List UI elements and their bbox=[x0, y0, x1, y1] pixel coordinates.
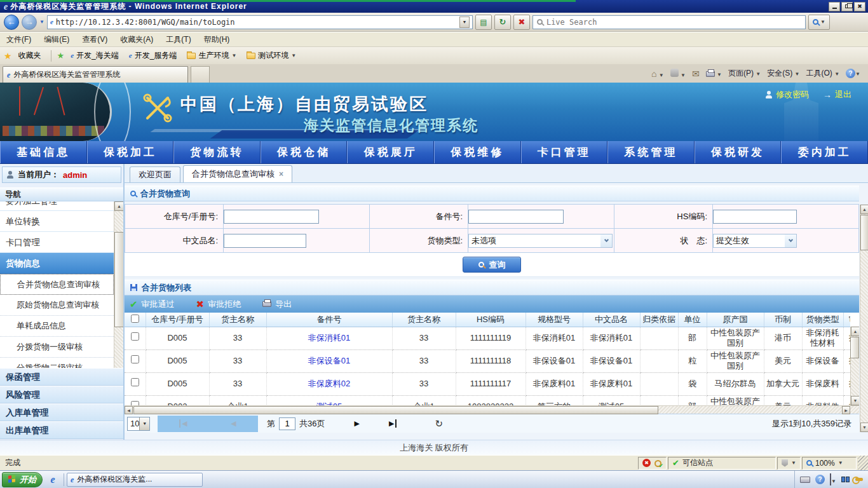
scroll-down-icon[interactable]: ▼ bbox=[860, 423, 868, 432]
reject-button[interactable]: ✖审批拒绝 bbox=[196, 299, 241, 310]
menu-help[interactable]: 帮助(H) bbox=[198, 32, 236, 47]
favorite-folder-production[interactable]: 生产环境▼ bbox=[183, 49, 240, 62]
history-dropdown-icon[interactable]: ▼ bbox=[39, 19, 44, 25]
safety-menu-button[interactable]: 安全(S) ▼ bbox=[767, 68, 799, 79]
sidebar-item-unit-conversion[interactable]: 单位转换 bbox=[0, 211, 114, 232]
column-header[interactable]: 货物类型 bbox=[802, 313, 843, 327]
query-button[interactable]: 查询 bbox=[463, 257, 521, 273]
scroll-down-icon[interactable]: ▼ bbox=[851, 396, 859, 405]
row-checkbox[interactable] bbox=[131, 401, 139, 405]
resize-grip[interactable] bbox=[858, 456, 868, 470]
spare-part-link[interactable]: 非保消耗01 bbox=[266, 327, 392, 349]
goods-type-select[interactable]: 未选项 bbox=[468, 234, 613, 248]
column-header[interactable]: 归类依据 bbox=[640, 313, 678, 327]
nav-item-basic-info[interactable]: 基础信息 bbox=[0, 141, 87, 163]
sidebar-item-gate-management[interactable]: 卡口管理 bbox=[0, 232, 114, 253]
print-button[interactable]: ▼ bbox=[706, 69, 722, 78]
minimize-button[interactable] bbox=[829, 2, 840, 11]
search-input[interactable] bbox=[546, 18, 801, 27]
nav-item-bonded-warehouse[interactable]: 保税仓储 bbox=[261, 141, 348, 163]
refresh-list-button[interactable]: ↻ bbox=[435, 418, 443, 430]
favorites-button[interactable]: 收藏夹 bbox=[15, 49, 45, 62]
feeds-button[interactable]: ▼ bbox=[670, 69, 686, 79]
scrollbar-thumb[interactable] bbox=[850, 337, 859, 358]
spare-part-link[interactable]: 非保设备01 bbox=[266, 349, 392, 372]
sidebar-item-outsourced-processing[interactable]: 委外加工管理 bbox=[0, 201, 114, 211]
column-header[interactable]: 原产国 bbox=[707, 313, 764, 327]
favorite-folder-test[interactable]: 测试环境▼ bbox=[243, 49, 300, 62]
url-field[interactable]: e http://10.12.3.42:8001/WGQ/main/toLogi… bbox=[47, 15, 473, 29]
restore-button[interactable] bbox=[841, 2, 853, 11]
sidebar-subitem-merged-goods-review[interactable]: 合并货物信息查询审核 bbox=[0, 274, 114, 295]
table-row[interactable]: D005 33 非保设备01 33 1111111118 非保设备01 非保设备… bbox=[125, 349, 850, 372]
start-button[interactable]: 开始 bbox=[2, 472, 43, 487]
sidebar-item-inbound-orders[interactable]: 入库单管理 bbox=[0, 403, 123, 421]
close-tab-icon[interactable]: × bbox=[279, 170, 283, 179]
grid-horizontal-scrollbar[interactable]: ◀ ▶ bbox=[125, 405, 859, 414]
scroll-up-icon[interactable]: ▲ bbox=[860, 205, 868, 214]
content-vertical-scrollbar[interactable]: ▲ ▼ bbox=[860, 205, 868, 432]
nav-item-goods-flow[interactable]: 货物流转 bbox=[173, 141, 261, 163]
quick-launch-ie[interactable]: e bbox=[44, 473, 61, 487]
sidebar-item-risk-management[interactable]: 风险管理 bbox=[0, 386, 123, 403]
keyboard-icon[interactable] bbox=[800, 477, 810, 483]
url-dropdown-button[interactable]: ▼ bbox=[459, 17, 470, 28]
network-icon[interactable] bbox=[841, 477, 850, 483]
favorite-link-dev-customs[interactable]: e开发_海关端 bbox=[67, 49, 123, 62]
sidebar-subitem-unit-consumption[interactable]: 单耗成品信息 bbox=[0, 316, 114, 337]
zoom-panel[interactable]: 100% ▼ bbox=[802, 457, 857, 470]
sidebar-item-goods-info[interactable]: 货物信息 bbox=[0, 253, 114, 274]
nav-item-bonded-processing[interactable]: 保税加工 bbox=[87, 141, 174, 163]
first-page-button[interactable]: ◀ bbox=[179, 419, 187, 428]
row-checkbox[interactable] bbox=[131, 332, 139, 341]
column-header[interactable]: 货主名称 bbox=[392, 313, 456, 327]
sidebar-item-guarantee-management[interactable]: 保函管理 bbox=[0, 368, 123, 386]
browser-tab[interactable]: e 外高桥保税区海关监管管理系统 bbox=[3, 66, 188, 83]
protected-mode-panel[interactable]: ▼ bbox=[777, 457, 801, 470]
sidebar-subitem-allocation-level1[interactable]: 分拨货物一级审核 bbox=[0, 337, 114, 358]
forward-button[interactable]: → bbox=[22, 15, 37, 30]
stop-button[interactable]: ✖ bbox=[513, 15, 530, 30]
column-header[interactable]: 规格型号 bbox=[526, 313, 583, 327]
menu-file[interactable]: 文件(F) bbox=[0, 32, 37, 47]
column-header[interactable]: 币制 bbox=[764, 313, 802, 327]
column-header[interactable]: 审核状态 bbox=[843, 313, 850, 327]
scroll-up-icon[interactable]: ▲ bbox=[851, 327, 859, 336]
warehouse-input[interactable] bbox=[224, 210, 319, 224]
dropdown-trigger[interactable] bbox=[785, 234, 796, 247]
certificate-icon[interactable] bbox=[654, 459, 662, 467]
export-button[interactable]: 导出 bbox=[262, 299, 292, 310]
approve-button[interactable]: ✔审批通过 bbox=[130, 299, 175, 310]
page-number-input[interactable] bbox=[279, 417, 295, 430]
url-text[interactable]: http://10.12.3.42:8001/WGQ/main/toLogin bbox=[56, 18, 457, 27]
scrollbar-thumb[interactable] bbox=[860, 215, 868, 250]
refresh-button[interactable]: ↻ bbox=[494, 15, 511, 30]
page-error-icon[interactable]: ✖ bbox=[642, 459, 651, 467]
nav-item-commissioned-processing[interactable]: 委内加工 bbox=[781, 141, 868, 163]
table-row[interactable]: D005 33 非保废料02 33 1111111117 非保废料01 非保废料… bbox=[125, 372, 850, 395]
tab-welcome[interactable]: 欢迎页面 bbox=[130, 166, 180, 182]
grid-vertical-scrollbar[interactable]: ▲ ▼ bbox=[850, 327, 859, 405]
menu-favorites[interactable]: 收藏夹(A) bbox=[114, 32, 159, 47]
taskbar-window-button[interactable]: e 外高桥保税区海关监... bbox=[67, 473, 203, 487]
logout-link[interactable]: →退出 bbox=[823, 89, 851, 100]
favorite-link-dev-server[interactable]: e开发_服务端 bbox=[125, 49, 181, 62]
dropdown-trigger[interactable] bbox=[600, 234, 612, 247]
row-checkbox[interactable] bbox=[131, 355, 139, 363]
tab-merged-goods-review[interactable]: 合并货物信息查询审核× bbox=[183, 165, 292, 182]
help-menu-button[interactable]: ?▼ bbox=[846, 69, 860, 78]
column-header[interactable]: 中文品名 bbox=[583, 313, 640, 327]
column-header[interactable]: HS编码 bbox=[456, 313, 526, 327]
spare-part-link[interactable]: 测试05 bbox=[266, 395, 392, 405]
tools-menu-button[interactable]: 工具(O) ▼ bbox=[806, 68, 839, 79]
security-key-icon[interactable] bbox=[855, 478, 863, 481]
column-header[interactable]: 备件号 bbox=[266, 313, 392, 327]
prev-page-button[interactable]: ◀ bbox=[231, 419, 236, 428]
sidebar-scrollbar[interactable]: ▲ bbox=[114, 201, 123, 368]
menu-view[interactable]: 查看(V) bbox=[76, 32, 114, 47]
last-page-button[interactable]: ▶ bbox=[389, 419, 397, 428]
sidebar-subitem-allocation-level2[interactable]: 分拨货物二级审核 bbox=[0, 358, 114, 368]
menu-tools[interactable]: 工具(T) bbox=[159, 32, 197, 47]
hs-code-input[interactable] bbox=[713, 210, 797, 224]
scroll-right-icon[interactable]: ▶ bbox=[842, 406, 850, 414]
